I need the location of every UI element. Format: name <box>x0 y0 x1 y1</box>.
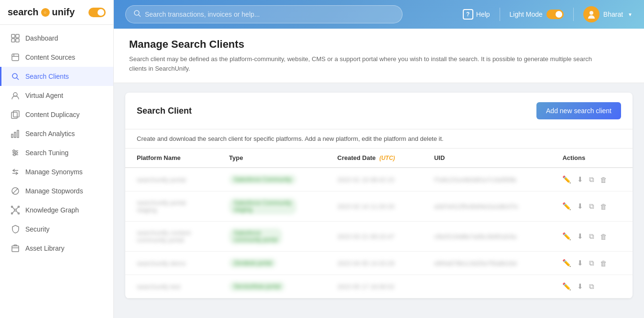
table-header-row: Platform Name Type Created Date (UTC) UI… <box>125 148 633 168</box>
dashboard-icon <box>11 34 20 42</box>
sidebar-item-content-sources[interactable]: Content Sources <box>0 48 113 67</box>
delete-icon[interactable]: 🗑 <box>600 202 607 211</box>
user-menu[interactable]: Bharat ▼ <box>583 6 633 22</box>
page-body: Manage Search Clients Search client may … <box>114 29 644 318</box>
col-uid: UID <box>423 148 551 168</box>
edit-icon[interactable]: ✏️ <box>562 282 571 291</box>
light-mode-toggle[interactable]: Light Mode <box>510 10 564 19</box>
avatar <box>583 6 600 22</box>
svg-rect-14 <box>17 130 19 138</box>
add-search-client-button[interactable]: Add new search client <box>536 102 621 119</box>
sidebar-item-virtual-agent-label: Virtual Agent <box>25 92 63 99</box>
col-created-date-label: Created Date <box>338 154 376 161</box>
download-icon[interactable]: ⬇ <box>577 232 583 241</box>
copy-icon[interactable]: ⧉ <box>589 259 594 267</box>
type-cell: Salesforce Communitystaging <box>218 191 326 222</box>
sidebar-toggle[interactable] <box>88 8 106 17</box>
action-icons: ✏️ ⬇ ⧉ 🗑 <box>562 202 621 211</box>
main-content: ? Help Light Mode Bharat ▼ Manage Search… <box>114 0 644 318</box>
card-header: Search Client Add new search client <box>125 93 633 129</box>
actions-cell: ✏️ ⬇ ⧉ 🗑 <box>551 252 633 275</box>
manage-synonyms-icon <box>11 168 20 176</box>
col-platform-name: Platform Name <box>125 148 218 168</box>
search-analytics-icon <box>11 129 20 138</box>
virtual-agent-icon <box>11 91 20 100</box>
copy-icon[interactable]: ⧉ <box>589 232 594 241</box>
sidebar-item-search-analytics-label: Search Analytics <box>25 130 75 138</box>
type-cell: Zendesk portal <box>218 252 326 275</box>
sidebar-item-knowledge-graph[interactable]: Knowledge Graph <box>0 201 113 220</box>
edit-icon[interactable]: ✏️ <box>562 232 571 241</box>
content-duplicacy-icon <box>11 110 20 119</box>
copy-icon[interactable]: ⧉ <box>589 175 594 184</box>
security-icon <box>11 225 20 233</box>
date-cell: 2023 05 17 16:09:52 <box>326 275 423 298</box>
edit-icon[interactable]: ✏️ <box>562 175 571 184</box>
sidebar-item-security[interactable]: Security <box>0 220 113 239</box>
light-mode-switch[interactable] <box>546 10 564 19</box>
sidebar-item-search-analytics[interactable]: Search Analytics <box>0 124 113 143</box>
download-icon[interactable]: ⬇ <box>577 282 583 291</box>
action-icons: ✏️ ⬇ ⧉ 🗑 <box>562 259 621 267</box>
content-sources-icon <box>11 53 20 62</box>
delete-icon[interactable]: 🗑 <box>600 233 607 241</box>
date-cell: 2023 02 14 11:20:33 <box>326 191 423 222</box>
sidebar-item-virtual-agent[interactable]: Virtual Agent <box>0 86 113 105</box>
svg-point-7 <box>12 74 17 78</box>
date-cell: 2023 01 10 08:42:15 <box>326 168 423 191</box>
download-icon[interactable]: ⬇ <box>577 175 583 184</box>
delete-icon[interactable]: 🗑 <box>600 259 607 267</box>
svg-point-19 <box>15 152 17 154</box>
svg-point-18 <box>13 150 15 152</box>
sidebar-item-dashboard[interactable]: Dashboard <box>0 29 113 48</box>
search-input[interactable] <box>145 11 394 18</box>
svg-line-27 <box>12 207 15 210</box>
chevron-down-icon: ▼ <box>628 12 633 17</box>
sidebar-item-manage-stopwords[interactable]: Manage Stopwords <box>0 181 113 201</box>
copy-icon[interactable]: ⧉ <box>589 202 594 211</box>
table-row: searchunify portalstaging Salesforce Com… <box>125 191 633 222</box>
search-icon <box>133 10 141 19</box>
sidebar-item-manage-synonyms-label: Manage Synonyms <box>25 168 83 176</box>
svg-line-30 <box>16 211 18 213</box>
action-icons: ✏️ ⬇ ⧉ 🗑 <box>562 175 621 184</box>
header-right: ? Help Light Mode Bharat ▼ <box>463 6 633 22</box>
svg-point-33 <box>134 11 139 15</box>
help-button[interactable]: ? Help <box>463 9 490 20</box>
edit-icon[interactable]: ✏️ <box>562 259 571 267</box>
sidebar-item-search-clients[interactable]: Search Clients <box>0 67 113 86</box>
table-row: searchunify demo Zendesk portal 2023 04 … <box>125 252 633 275</box>
svg-rect-1 <box>16 34 19 38</box>
table-wrapper: Platform Name Type Created Date (UTC) UI… <box>125 148 633 298</box>
svg-rect-0 <box>11 34 15 38</box>
download-icon[interactable]: ⬇ <box>577 259 583 267</box>
date-cell: 2023 03 21 09:15:47 <box>326 222 423 252</box>
type-cell: ServiceNow portal <box>218 275 326 298</box>
copy-icon[interactable]: ⧉ <box>589 282 594 291</box>
sidebar-item-search-tuning-label: Search Tuning <box>25 149 68 157</box>
sidebar-item-manage-synonyms[interactable]: Manage Synonyms <box>0 162 113 181</box>
sidebar-logo: search ○ unify <box>0 0 113 25</box>
platform-name-cell: searchunify contentcommunity portal <box>125 222 218 252</box>
search-bar[interactable] <box>125 5 403 23</box>
download-icon[interactable]: ⬇ <box>577 202 583 211</box>
sidebar-item-content-duplicacy[interactable]: Content Duplicacy <box>0 105 113 124</box>
svg-line-28 <box>16 207 18 210</box>
svg-rect-10 <box>11 112 17 118</box>
header-divider-2 <box>573 8 574 21</box>
search-clients-table: Platform Name Type Created Date (UTC) UI… <box>125 148 633 298</box>
light-mode-label: Light Mode <box>510 11 543 18</box>
uid-cell: f7a9c231e4b0d81e7c3a5f09b <box>423 168 551 191</box>
sidebar-item-dashboard-label: Dashboard <box>25 34 58 42</box>
svg-line-34 <box>139 15 141 17</box>
delete-icon[interactable]: 🗑 <box>600 176 607 184</box>
action-icons: ✏️ ⬇ ⧉ <box>562 282 621 291</box>
card-description: Create and download the search client fo… <box>125 129 633 148</box>
table-row: searchunify portal Salesforce Community … <box>125 168 633 191</box>
search-tuning-icon <box>11 148 20 157</box>
edit-icon[interactable]: ✏️ <box>562 202 571 211</box>
sidebar-item-asset-library[interactable]: Asset Library <box>0 239 113 258</box>
sidebar-item-search-tuning[interactable]: Search Tuning <box>0 143 113 162</box>
sidebar-item-search-clients-label: Search Clients <box>25 73 69 80</box>
date-cell: 2023 04 05 14:33:29 <box>326 252 423 275</box>
